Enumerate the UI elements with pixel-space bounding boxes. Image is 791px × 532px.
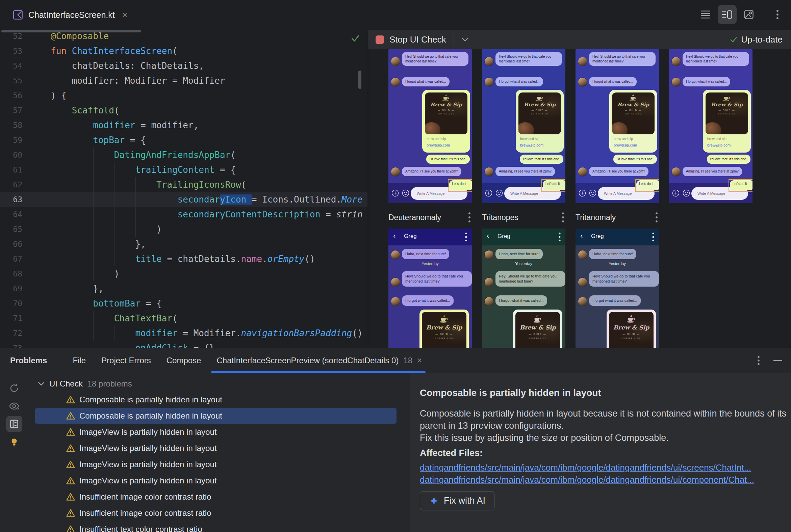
code-line[interactable]: 62 TrailingIconsRow( — [0, 177, 367, 192]
preview-menu-icon[interactable] — [654, 212, 659, 223]
preview-config-name: Deuteranomaly — [388, 213, 441, 222]
quick-fix-bulb-icon[interactable] — [6, 434, 22, 451]
code-line[interactable]: 57 Scaffold( — [0, 103, 367, 118]
back-icon[interactable]: ‹ — [487, 232, 489, 240]
preview-card[interactable]: ‹ Greg Haha, next time for sure! Yesterd… — [575, 229, 659, 348]
problem-item[interactable]: Composable is partially hidden in layout — [35, 392, 397, 407]
preview-card[interactable]: Hey! Should we go to that cafe you menti… — [669, 49, 753, 203]
link-url[interactable]: brew&sip.com — [520, 143, 544, 147]
link-url[interactable]: brew&sip.com — [427, 143, 450, 147]
code-editor[interactable]: 52@Composable53fun ChatInterfaceScreen(5… — [0, 30, 367, 348]
problem-item[interactable]: ImageView is partially hidden in layout — [35, 424, 397, 440]
problem-group-row[interactable]: UI Check 18 problems — [31, 376, 132, 391]
code-line[interactable]: 66 }, — [0, 236, 367, 251]
chevron-down-icon[interactable] — [461, 37, 469, 42]
affected-files-label: Affected Files: — [420, 448, 483, 458]
link-url[interactable]: brew&sip.com — [614, 143, 637, 147]
horizontal-scrollbar[interactable] — [1, 30, 141, 33]
preview-menu-icon[interactable] — [560, 212, 565, 223]
line-number: 62 — [0, 177, 51, 192]
fix-ai-icon — [429, 496, 439, 506]
problem-item[interactable]: Composable is partially hidden in layout — [35, 408, 397, 424]
problem-item[interactable]: ImageView is partially hidden in layout — [35, 440, 397, 456]
code-line[interactable]: 53fun ChatInterfaceScreen( — [0, 43, 367, 58]
date-separator: Yesterday — [575, 262, 659, 266]
code-line[interactable]: 58 modifier = modifier, — [0, 118, 367, 133]
code-line[interactable]: 54 chatDetails: ChatDetails, — [0, 58, 367, 73]
tab-file[interactable]: File — [73, 348, 86, 373]
add-attachment-icon[interactable] — [485, 189, 493, 197]
line-number: 60 — [0, 148, 51, 163]
code-line[interactable]: 64 secondaryContentDescription = strin — [0, 207, 367, 222]
code-line[interactable]: 63 secondaryIcon = Icons.Outlined.More — [0, 192, 367, 207]
problem-item[interactable]: ImageView is partially hidden in layout — [35, 473, 397, 489]
avatar — [391, 167, 400, 176]
code-line[interactable]: 73 onAddClick = {} — [0, 341, 367, 348]
code-line[interactable]: 71 ChatTextBar( — [0, 311, 367, 326]
affected-file-link[interactable]: datingandfriends/src/main/java/com/ibm/g… — [420, 461, 785, 474]
back-icon[interactable]: ‹ — [393, 232, 396, 240]
avatar — [578, 78, 587, 87]
code-line[interactable]: 65 ) — [0, 222, 367, 236]
close-tab-icon[interactable]: × — [122, 10, 127, 20]
tab-compose[interactable]: Compose — [166, 348, 201, 373]
back-icon[interactable]: ‹ — [580, 232, 583, 240]
emoji-icon[interactable] — [495, 189, 503, 197]
code-line[interactable]: 59 topBar = { — [0, 133, 367, 148]
tab-chatinterfacescreenpreview-sortedchatdetails-0[interactable]: ChatInterfaceScreenPreview (sortedChatDe… — [217, 348, 422, 373]
avatar — [672, 57, 681, 66]
details-view-icon[interactable] — [6, 416, 22, 432]
affected-file-link[interactable]: datingandfriends/src/main/java/com/ibm/g… — [420, 474, 785, 486]
preview-card[interactable]: Hey! Should we go to that cafe you menti… — [388, 49, 472, 203]
chat-menu-icon[interactable] — [651, 232, 656, 242]
problem-item[interactable]: Insufficient image color contrast ratio — [35, 489, 397, 505]
editor-view-split-icon[interactable] — [718, 5, 737, 24]
code-line[interactable]: 67 title = chatDetails.name.orEmpty() — [0, 251, 367, 266]
panel-options-icon[interactable] — [757, 356, 760, 366]
contact-name: Greg — [591, 233, 604, 240]
preview-card[interactable]: Hey! Should we go to that cafe you menti… — [482, 49, 565, 203]
stop-icon[interactable] — [375, 35, 384, 44]
tab-project-errors[interactable]: Project Errors — [101, 348, 151, 373]
vertical-scrollbar[interactable] — [358, 71, 362, 89]
tab-problems[interactable]: Problems — [10, 348, 47, 373]
code-line[interactable]: 61 trailingContent = { — [0, 163, 367, 177]
code-line[interactable]: 68 ) — [0, 266, 367, 281]
problem-item[interactable]: Insufficient image color contrast ratio — [35, 505, 397, 521]
code-line[interactable]: 56) { — [0, 88, 367, 103]
code-line[interactable]: 72 modifier = Modifier.navigationBarsPad… — [0, 326, 367, 341]
code-line[interactable]: 60 DatingAndFriendsAppBar( — [0, 148, 367, 163]
code-line[interactable]: 55 modifier: Modifier = Modifier — [0, 73, 367, 88]
add-attachment-icon[interactable] — [672, 189, 680, 197]
minimize-icon[interactable] — [773, 360, 782, 362]
chat-menu-icon[interactable] — [464, 232, 468, 242]
problem-item[interactable]: ImageView is partially hidden in layout — [35, 457, 397, 472]
refresh-icon[interactable] — [6, 380, 22, 396]
editor-view-design-icon[interactable] — [742, 8, 756, 21]
add-attachment-icon[interactable] — [391, 189, 399, 197]
code-line[interactable]: 69 }, — [0, 281, 367, 296]
inspection-check-icon[interactable] — [351, 33, 360, 43]
emoji-icon[interactable] — [683, 189, 690, 197]
more-options-icon[interactable] — [771, 8, 784, 21]
preview-card[interactable]: ‹ Greg Haha, next time for sure! Yesterd… — [388, 229, 472, 348]
file-tab[interactable]: ChatInterfaceScreen.kt × — [6, 0, 134, 30]
preview-menu-icon[interactable] — [467, 212, 472, 223]
link-url[interactable]: brew&sip.com — [707, 143, 731, 147]
avatar — [578, 57, 587, 66]
fix-with-ai-button[interactable]: Fix with AI — [420, 491, 494, 510]
close-tab-icon[interactable]: × — [417, 356, 422, 365]
code-line[interactable]: 70 bottomBar = { — [0, 296, 367, 311]
chat-menu-icon[interactable] — [557, 232, 562, 242]
preview-card[interactable]: Hey! Should we go to that cafe you menti… — [575, 49, 659, 203]
line-number: 69 — [0, 281, 51, 296]
problem-item[interactable]: Insufficient text color contrast ratio — [35, 521, 397, 532]
editor-view-code-icon[interactable] — [699, 8, 712, 21]
stop-ui-check-button[interactable]: Stop UI Check — [389, 34, 446, 45]
preview-card[interactable]: ‹ Greg Haha, next time for sure! Yesterd… — [482, 229, 565, 348]
emoji-icon[interactable] — [402, 189, 409, 197]
preview-filter-eye-icon[interactable] — [6, 398, 22, 414]
add-attachment-icon[interactable] — [578, 189, 586, 197]
emoji-icon[interactable] — [589, 189, 596, 197]
preview-config-name: Tritanomaly — [575, 213, 616, 222]
